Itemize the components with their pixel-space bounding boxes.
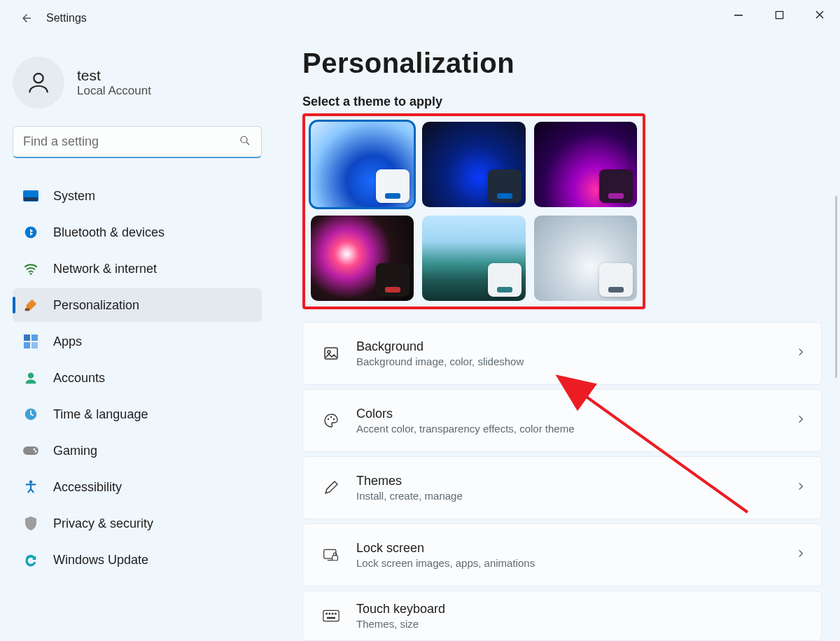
theme-tile[interactable] xyxy=(422,216,525,301)
option-title: Themes xyxy=(356,474,463,488)
sidebar-item-accounts[interactable]: Accounts xyxy=(13,361,262,395)
user-icon xyxy=(25,69,52,96)
maximize-icon xyxy=(775,10,784,20)
svg-point-24 xyxy=(333,418,335,420)
option-subtitle: Background image, color, slideshow xyxy=(356,355,524,367)
sidebar-item-apps[interactable]: Apps xyxy=(13,325,262,358)
minimize-button[interactable] xyxy=(718,0,759,29)
svg-rect-10 xyxy=(24,334,30,341)
svg-rect-29 xyxy=(329,613,331,615)
option-title: Colors xyxy=(356,407,575,421)
arrow-left-icon xyxy=(20,12,33,24)
svg-point-19 xyxy=(29,480,33,484)
option-touch-keyboard[interactable]: Touch keyboard Themes, size xyxy=(302,591,822,641)
sidebar-item-accessibility[interactable]: Accessibility xyxy=(13,470,262,504)
scrollbar[interactable] xyxy=(835,196,837,378)
theme-tile[interactable] xyxy=(311,216,414,301)
svg-rect-30 xyxy=(332,613,334,615)
page-title: Personalization xyxy=(302,48,822,79)
option-themes[interactable]: Themes Install, create, manage xyxy=(302,456,822,519)
theme-tile[interactable] xyxy=(534,122,637,207)
option-subtitle: Accent color, transparency effects, colo… xyxy=(356,423,575,435)
theme-tile[interactable] xyxy=(534,216,637,301)
option-lock-screen[interactable]: Lock screen Lock screen images, apps, an… xyxy=(302,523,822,586)
sidebar-item-label: Privacy & security xyxy=(53,516,153,531)
option-subtitle: Themes, size xyxy=(356,618,445,630)
svg-rect-28 xyxy=(326,613,328,615)
wifi-icon xyxy=(22,260,39,277)
svg-point-17 xyxy=(34,449,36,451)
sidebar-item-personalization[interactable]: Personalization xyxy=(13,288,262,322)
minimize-icon xyxy=(734,10,743,20)
back-button[interactable] xyxy=(13,4,41,32)
svg-point-14 xyxy=(28,373,34,379)
sidebar-item-time-language[interactable]: Time & language xyxy=(13,397,262,431)
svg-point-18 xyxy=(35,451,37,453)
svg-rect-13 xyxy=(31,342,38,348)
svg-rect-26 xyxy=(332,556,338,561)
chevron-right-icon xyxy=(796,414,806,427)
theme-tile[interactable] xyxy=(311,122,414,207)
sidebar-item-label: Personalization xyxy=(53,298,139,313)
option-list: Background Background image, color, slid… xyxy=(302,322,822,641)
svg-rect-31 xyxy=(335,613,337,615)
option-title: Lock screen xyxy=(356,541,535,556)
sidebar-item-network[interactable]: Network & internet xyxy=(13,252,262,286)
sidebar-item-update[interactable]: Windows Update xyxy=(13,543,262,577)
pen-icon xyxy=(323,479,340,496)
person-icon xyxy=(22,369,39,386)
picture-icon xyxy=(323,345,340,362)
sidebar-item-label: Gaming xyxy=(53,444,97,458)
option-title: Touch keyboard xyxy=(356,602,445,617)
close-button[interactable] xyxy=(799,0,840,29)
option-background[interactable]: Background Background image, color, slid… xyxy=(302,322,822,385)
paintbrush-icon xyxy=(22,297,39,314)
shield-icon xyxy=(22,515,39,532)
sidebar: test Local Account System Bluetooth & de… xyxy=(13,55,262,577)
svg-rect-6 xyxy=(24,197,38,201)
sidebar-item-privacy[interactable]: Privacy & security xyxy=(13,507,262,540)
globe-clock-icon xyxy=(22,406,39,423)
chevron-right-icon xyxy=(796,549,806,561)
svg-point-8 xyxy=(30,273,32,275)
svg-rect-1 xyxy=(776,11,783,18)
svg-point-2 xyxy=(34,73,43,83)
sidebar-item-label: Network & internet xyxy=(53,262,157,276)
svg-rect-20 xyxy=(325,348,337,359)
svg-line-4 xyxy=(246,142,249,145)
nav-list: System Bluetooth & devices Network & int… xyxy=(13,179,262,577)
user-block[interactable]: test Local Account xyxy=(13,55,262,111)
sidebar-item-label: Bluetooth & devices xyxy=(53,225,164,240)
search-box[interactable] xyxy=(13,126,262,158)
gamepad-icon xyxy=(22,442,39,459)
chevron-right-icon xyxy=(796,481,806,494)
title-bar: Settings xyxy=(0,0,840,36)
sidebar-item-label: Time & language xyxy=(53,407,148,422)
svg-point-22 xyxy=(328,418,329,420)
search-input[interactable] xyxy=(23,134,239,149)
close-icon xyxy=(815,10,825,20)
svg-point-23 xyxy=(330,416,332,418)
option-colors[interactable]: Colors Accent color, transparency effect… xyxy=(302,389,822,452)
sidebar-item-label: System xyxy=(53,189,95,204)
lock-icon xyxy=(323,547,340,563)
search-icon xyxy=(239,134,251,150)
theme-tile[interactable] xyxy=(422,122,525,207)
palette-icon xyxy=(323,412,340,429)
svg-point-3 xyxy=(241,136,247,143)
sidebar-item-label: Apps xyxy=(53,334,82,349)
main-panel: Personalization Select a theme to apply xyxy=(302,48,822,641)
sidebar-item-bluetooth[interactable]: Bluetooth & devices xyxy=(13,216,262,249)
theme-grid xyxy=(311,122,637,301)
chevron-right-icon xyxy=(796,347,806,360)
svg-rect-12 xyxy=(24,342,30,348)
svg-point-21 xyxy=(328,351,330,353)
keyboard-icon xyxy=(323,607,340,624)
annotation-highlight-box xyxy=(302,113,645,309)
maximize-button[interactable] xyxy=(759,0,799,29)
svg-rect-11 xyxy=(31,334,38,341)
option-subtitle: Lock screen images, apps, animations xyxy=(356,557,535,569)
app-title: Settings xyxy=(46,12,87,24)
sidebar-item-system[interactable]: System xyxy=(13,179,262,213)
sidebar-item-gaming[interactable]: Gaming xyxy=(13,434,262,467)
